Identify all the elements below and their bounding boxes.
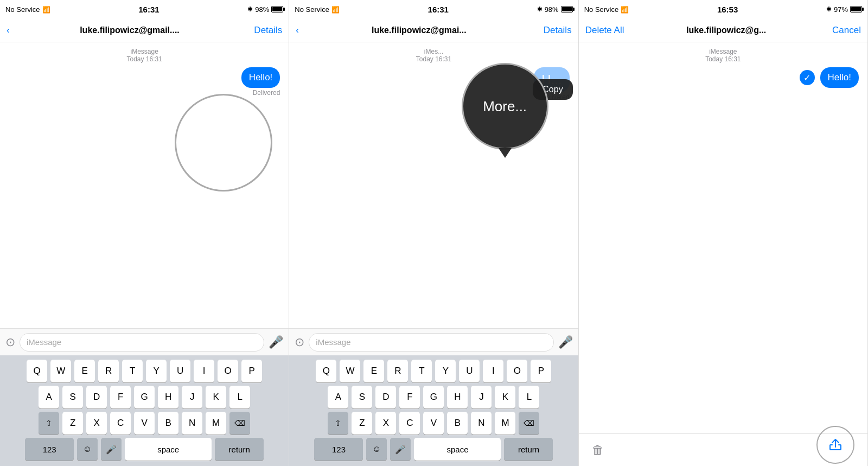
more-tooltip: More... bbox=[462, 63, 548, 150]
key2-P[interactable]: P bbox=[531, 360, 551, 382]
key-J[interactable]: J bbox=[182, 386, 202, 408]
key2-W[interactable]: W bbox=[340, 360, 360, 382]
trash-icon[interactable]: 🗑 bbox=[592, 443, 604, 457]
panel-1: No Service 16:31 ✱ 98% ‹ luke.filipowicz… bbox=[0, 0, 289, 466]
key2-E[interactable]: E bbox=[363, 360, 384, 382]
key-I[interactable]: I bbox=[194, 360, 214, 382]
key-S[interactable]: S bbox=[62, 386, 83, 408]
message-bubble-3[interactable]: Hello! bbox=[820, 67, 859, 88]
key-C[interactable]: C bbox=[110, 412, 131, 435]
date-label-text-2: iMes... Today 16:31 bbox=[416, 48, 451, 63]
key-P[interactable]: P bbox=[241, 360, 262, 382]
key2-M[interactable]: M bbox=[495, 412, 515, 435]
key-shift[interactable]: ⇧ bbox=[39, 412, 59, 435]
nav-title-2: luke.filipowicz@gmai... bbox=[303, 25, 535, 35]
key2-mic[interactable]: 🎤 bbox=[390, 438, 411, 461]
key2-space[interactable]: space bbox=[414, 438, 501, 461]
more-label[interactable]: More... bbox=[483, 98, 527, 115]
key-row-2-2: A S D F G H J K L bbox=[291, 386, 576, 408]
key-X[interactable]: X bbox=[86, 412, 107, 435]
key-Y[interactable]: Y bbox=[146, 360, 167, 382]
key2-A[interactable]: A bbox=[328, 386, 348, 408]
key-Q[interactable]: Q bbox=[27, 360, 47, 382]
key2-G[interactable]: G bbox=[423, 386, 444, 408]
key2-D[interactable]: D bbox=[375, 386, 396, 408]
key-E[interactable]: E bbox=[74, 360, 95, 382]
back-button-2[interactable]: ‹ bbox=[296, 25, 299, 36]
key2-V[interactable]: V bbox=[423, 412, 444, 435]
key2-delete[interactable]: ⌫ bbox=[519, 412, 539, 435]
key2-I[interactable]: I bbox=[483, 360, 503, 382]
camera-icon-1[interactable]: ⊙ bbox=[5, 335, 15, 349]
key2-S[interactable]: S bbox=[352, 386, 372, 408]
date-label-2: iMes... Today 16:31 bbox=[298, 48, 569, 63]
message-placeholder-1: iMessage bbox=[27, 337, 61, 347]
key-R[interactable]: R bbox=[98, 360, 119, 382]
key-B[interactable]: B bbox=[158, 412, 178, 435]
key-K[interactable]: K bbox=[206, 386, 226, 408]
key2-Y[interactable]: Y bbox=[435, 360, 456, 382]
status-bar-3: No Service 16:53 ✱ 97% bbox=[579, 0, 867, 18]
key2-L[interactable]: L bbox=[519, 386, 539, 408]
key2-J[interactable]: J bbox=[471, 386, 492, 408]
key-emoji[interactable]: ☺ bbox=[77, 438, 98, 461]
key-W[interactable]: W bbox=[50, 360, 71, 382]
nav-bar-3: Delete All luke.filipowicz@g... Cancel bbox=[579, 18, 867, 42]
messages-area-1: iMessage Today 16:31 Hello! Delivered bbox=[0, 42, 289, 328]
back-chevron-2: ‹ bbox=[296, 25, 299, 36]
key-V[interactable]: V bbox=[134, 412, 155, 435]
key-A[interactable]: A bbox=[39, 386, 59, 408]
key2-O[interactable]: O bbox=[507, 360, 527, 382]
key2-return[interactable]: return bbox=[504, 438, 553, 461]
key-123[interactable]: 123 bbox=[25, 438, 74, 461]
key-G[interactable]: G bbox=[134, 386, 155, 408]
key-return[interactable]: return bbox=[215, 438, 264, 461]
back-button-1[interactable]: ‹ bbox=[7, 25, 10, 36]
key2-X[interactable]: X bbox=[375, 412, 396, 435]
key-mic[interactable]: 🎤 bbox=[101, 438, 122, 461]
key-T[interactable]: T bbox=[122, 360, 143, 382]
key2-R[interactable]: R bbox=[387, 360, 408, 382]
cancel-button[interactable]: Cancel bbox=[828, 25, 861, 36]
key-N[interactable]: N bbox=[182, 412, 202, 435]
key2-C[interactable]: C bbox=[399, 412, 420, 435]
details-button-1[interactable]: Details bbox=[250, 25, 282, 36]
details-button-2[interactable]: Details bbox=[539, 25, 572, 36]
key-delete[interactable]: ⌫ bbox=[229, 412, 250, 435]
wifi-icon-1 bbox=[42, 5, 50, 14]
key2-N[interactable]: N bbox=[471, 412, 492, 435]
key2-H[interactable]: H bbox=[447, 386, 468, 408]
mic-icon-1[interactable]: 🎤 bbox=[269, 335, 283, 349]
wifi-icon-2 bbox=[331, 5, 340, 14]
key-space[interactable]: space bbox=[125, 438, 212, 461]
share-button[interactable] bbox=[816, 426, 854, 464]
key-Z[interactable]: Z bbox=[62, 412, 83, 435]
battery-bar-1 bbox=[271, 6, 283, 12]
key2-F[interactable]: F bbox=[399, 386, 420, 408]
key2-123[interactable]: 123 bbox=[314, 438, 363, 461]
key2-B[interactable]: B bbox=[447, 412, 468, 435]
key-L[interactable]: L bbox=[229, 386, 250, 408]
key2-Z[interactable]: Z bbox=[352, 412, 372, 435]
key-O[interactable]: O bbox=[218, 360, 238, 382]
camera-icon-2[interactable]: ⊙ bbox=[295, 335, 304, 349]
message-input-1[interactable]: iMessage bbox=[20, 333, 264, 352]
key-D[interactable]: D bbox=[86, 386, 107, 408]
key-F[interactable]: F bbox=[110, 386, 131, 408]
key2-T[interactable]: T bbox=[411, 360, 432, 382]
delete-all-button[interactable]: Delete All bbox=[585, 25, 624, 36]
key-U[interactable]: U bbox=[170, 360, 190, 382]
key-row-2: A S D F G H J K L bbox=[2, 386, 286, 408]
key-M[interactable]: M bbox=[206, 412, 226, 435]
key-H[interactable]: H bbox=[158, 386, 178, 408]
message-row-selected: ✓ Hello! bbox=[588, 67, 859, 88]
message-bubble-1[interactable]: Hello! bbox=[241, 67, 280, 88]
key2-K[interactable]: K bbox=[495, 386, 515, 408]
mic-icon-2[interactable]: 🎤 bbox=[558, 335, 573, 349]
key2-Q[interactable]: Q bbox=[316, 360, 336, 382]
check-circle-icon[interactable]: ✓ bbox=[800, 70, 815, 85]
key2-shift[interactable]: ⇧ bbox=[328, 412, 348, 435]
key2-emoji[interactable]: ☺ bbox=[366, 438, 387, 461]
key2-U[interactable]: U bbox=[459, 360, 480, 382]
message-input-2[interactable]: iMessage bbox=[309, 333, 553, 352]
